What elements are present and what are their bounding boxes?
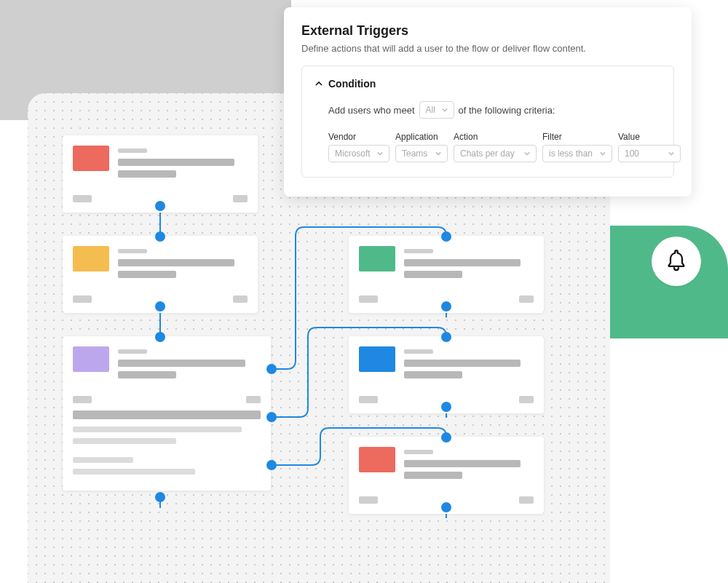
card-footer-left bbox=[359, 296, 378, 303]
connector-node[interactable] bbox=[441, 231, 451, 242]
condition-sentence: Add users who meet All of the following … bbox=[328, 101, 660, 119]
condition-header[interactable]: Condition bbox=[315, 78, 660, 90]
vendor-select[interactable]: Microsoft bbox=[328, 145, 389, 162]
condition-fields-row: Vendor Microsoft Application Teams Actio… bbox=[328, 132, 660, 162]
condition-section: Condition Add users who meet All of the … bbox=[301, 66, 674, 178]
vendor-label: Vendor bbox=[328, 132, 389, 142]
card-thumbnail bbox=[73, 246, 109, 271]
card-footer-right bbox=[233, 195, 248, 202]
card-footer-right bbox=[519, 296, 534, 303]
card-placeholder-lines bbox=[404, 447, 534, 483]
chevron-down-icon bbox=[524, 151, 530, 156]
chevron-down-icon bbox=[600, 151, 606, 156]
filter-select[interactable]: is less than bbox=[542, 145, 612, 162]
connector-node[interactable] bbox=[441, 502, 451, 512]
connector-node[interactable] bbox=[441, 432, 451, 443]
connector-node-output[interactable] bbox=[266, 364, 277, 374]
notification-bell-button[interactable] bbox=[652, 237, 701, 286]
connector-node[interactable] bbox=[155, 492, 165, 502]
action-label: Action bbox=[454, 132, 537, 142]
connector-node[interactable] bbox=[441, 332, 451, 342]
filter-value: is less than bbox=[549, 148, 593, 159]
chevron-up-icon bbox=[315, 80, 323, 87]
panel-title: External Triggers bbox=[301, 23, 674, 39]
card-footer-right bbox=[233, 296, 248, 303]
card-footer-right bbox=[246, 396, 261, 403]
chevron-down-icon bbox=[442, 107, 448, 113]
card-placeholder-lines bbox=[404, 246, 534, 282]
application-label: Application bbox=[395, 132, 448, 142]
connector-node[interactable] bbox=[441, 402, 451, 412]
chevron-down-icon bbox=[668, 151, 674, 156]
match-mode-value: All bbox=[426, 105, 435, 115]
match-mode-select[interactable]: All bbox=[419, 101, 454, 119]
action-select[interactable]: Chats per day bbox=[454, 145, 537, 162]
external-triggers-panel: External Triggers Define actions that wi… bbox=[284, 7, 692, 197]
connector-node[interactable] bbox=[155, 301, 165, 312]
card-footer-left bbox=[73, 396, 92, 403]
card-thumbnail bbox=[73, 146, 109, 171]
connector-node[interactable] bbox=[155, 231, 165, 242]
value-value: 100 bbox=[625, 148, 639, 159]
bell-icon bbox=[666, 250, 687, 273]
card-thumbnail bbox=[359, 246, 395, 271]
card-footer-left bbox=[73, 195, 92, 202]
connector-node-output[interactable] bbox=[266, 460, 277, 470]
card-placeholder-lines bbox=[118, 246, 248, 282]
chevron-down-icon bbox=[377, 151, 383, 156]
condition-label: Condition bbox=[328, 78, 376, 90]
connector-node[interactable] bbox=[155, 201, 165, 211]
application-value: Teams bbox=[402, 148, 427, 159]
value-select[interactable]: 100 bbox=[618, 145, 681, 162]
card-thumbnail bbox=[359, 447, 395, 472]
value-label: Value bbox=[618, 132, 681, 142]
panel-description: Define actions that will add a user to t… bbox=[301, 43, 674, 54]
card-footer-left bbox=[359, 496, 378, 504]
sentence-post: of the following criteria: bbox=[459, 105, 555, 116]
card-placeholder-lines bbox=[118, 146, 248, 182]
connector-node[interactable] bbox=[155, 332, 165, 342]
filter-label: Filter bbox=[542, 132, 612, 142]
card-extra-content bbox=[73, 411, 261, 475]
action-value: Chats per day bbox=[460, 148, 515, 159]
application-select[interactable]: Teams bbox=[395, 145, 448, 162]
connector-node-output[interactable] bbox=[266, 412, 277, 422]
card-thumbnail bbox=[73, 346, 109, 372]
card-footer-right bbox=[519, 496, 534, 504]
card-footer-right bbox=[519, 396, 534, 403]
connector-node[interactable] bbox=[441, 301, 451, 312]
card-placeholder-lines bbox=[118, 346, 261, 383]
sentence-pre: Add users who meet bbox=[328, 105, 415, 116]
card-footer-left bbox=[73, 296, 92, 303]
flow-card-expanded[interactable] bbox=[63, 336, 271, 491]
card-footer-left bbox=[359, 396, 378, 403]
card-thumbnail bbox=[359, 346, 395, 372]
card-placeholder-lines bbox=[404, 346, 534, 383]
vendor-value: Microsoft bbox=[335, 148, 371, 159]
chevron-down-icon bbox=[435, 151, 441, 156]
